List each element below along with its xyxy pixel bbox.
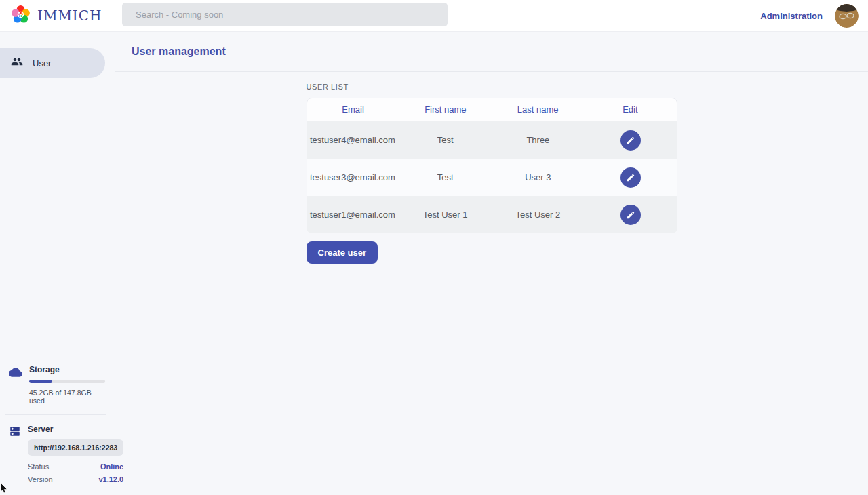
edit-user-button[interactable] [620,167,641,188]
server-version-label: Version [28,475,53,483]
sidebar-item-user[interactable]: User [0,48,105,78]
page-header: User management [115,32,868,72]
table-row: testuser1@email.comTest User 1Test User … [307,196,677,233]
main-area: User management USER LIST Email First na… [115,32,868,495]
app-name: IMMICH [37,7,102,24]
pencil-icon [626,136,635,145]
column-header-email: Email [307,98,399,121]
user-avatar[interactable] [835,4,859,28]
cloud-icon [9,365,22,382]
users-icon [11,56,23,71]
page-title: User management [132,45,226,58]
server-section: Server http://192.168.1.216:2283 Status … [0,424,115,488]
user-list-label: USER LIST [307,83,677,91]
sidebar: User Storage 45.2GB of 147.8GB used [0,32,115,495]
server-url-chip: http://192.168.1.216:2283 [28,439,123,456]
cell-last-name: User 3 [492,159,585,196]
storage-usage-text: 45.2GB of 147.8GB used [29,389,105,405]
table-header-row: Email First name Last name Edit [307,98,677,121]
top-bar: IMMICH Administration [0,0,868,32]
server-status-label: Status [28,462,49,471]
server-icon [9,425,21,440]
edit-user-button[interactable] [620,205,641,225]
sidebar-divider [5,414,106,415]
column-header-last-name: Last name [492,98,584,121]
create-user-button[interactable]: Create user [307,241,378,264]
sidebar-status-panel: Storage 45.2GB of 147.8GB used Server [0,365,115,488]
search-input[interactable] [122,3,448,26]
storage-progress-fill [29,380,52,383]
column-header-first-name: First name [399,98,492,121]
pencil-icon [626,210,635,220]
cell-edit [585,196,677,233]
storage-section: Storage 45.2GB of 147.8GB used [0,365,115,405]
cell-edit [585,121,677,159]
user-table-body: testuser4@email.comTestThreetestuser3@em… [307,121,677,233]
cell-edit [585,159,677,196]
cell-email: testuser3@email.com [307,159,399,196]
cell-last-name: Three [492,121,585,159]
server-status-value: Online [100,462,123,471]
app-logo[interactable]: IMMICH [0,3,113,28]
column-header-edit: Edit [584,98,676,121]
server-version-value: v1.12.0 [98,475,123,483]
sidebar-item-user-label: User [33,58,51,68]
cell-first-name: Test [399,121,492,159]
cell-last-name: Test User 2 [492,196,585,233]
pencil-icon [626,173,635,182]
administration-link[interactable]: Administration [760,11,823,21]
cell-email: testuser4@email.com [307,121,399,159]
server-title: Server [28,424,123,434]
table-row: testuser4@email.comTestThree [307,121,677,159]
table-row: testuser3@email.comTestUser 3 [307,159,677,196]
storage-title: Storage [29,365,105,374]
cell-first-name: Test User 1 [399,196,492,233]
storage-progress-bar [29,380,105,383]
cell-email: testuser1@email.com [307,196,399,233]
edit-user-button[interactable] [620,130,641,151]
user-list-section: USER LIST Email First name Last name Edi… [307,83,677,264]
immich-flower-icon [9,3,32,28]
cell-first-name: Test [399,159,492,196]
